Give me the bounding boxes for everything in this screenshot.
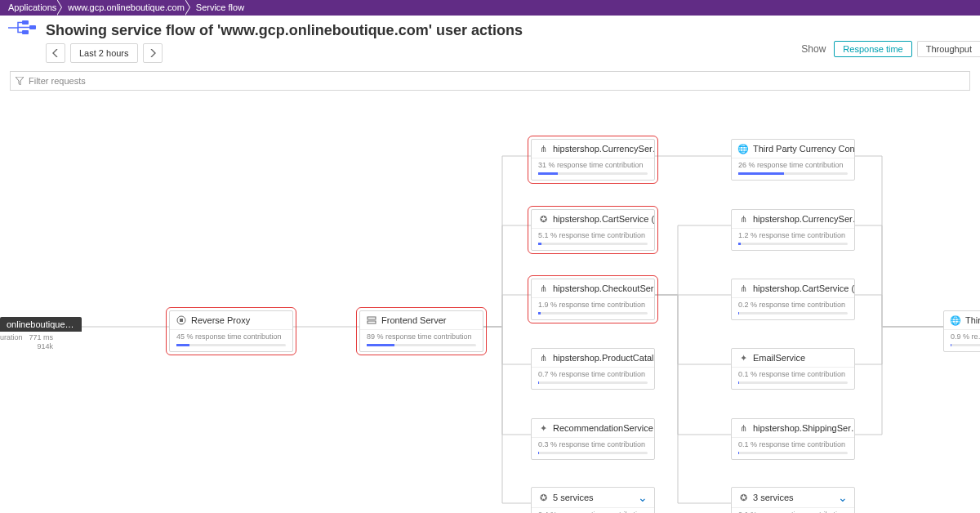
node-contrib: 45 % response time contribution — [170, 330, 292, 344]
node-third-party-currency-far[interactable]: 🌐Third Party Curre 0.9 % response time c… — [943, 310, 980, 352]
source-duration-value: 771 ms — [29, 333, 54, 341]
node-label: hipstershop.CartService (g… — [753, 283, 854, 293]
node-label: hipstershop.ShippingSer… — [753, 423, 854, 433]
show-controls: Show Response time Throughput — [801, 41, 980, 57]
node-bar — [738, 381, 848, 384]
service-flow-icon — [8, 20, 38, 40]
time-next-button[interactable] — [143, 43, 163, 63]
node-contrib: 0.7 % response time contribution — [532, 368, 654, 381]
node-contrib: 89 % response time contribution — [360, 330, 483, 344]
node-shipping-service[interactable]: ⋔hipstershop.ShippingSer… 0.1 % response… — [731, 418, 855, 460]
node-checkout-service[interactable]: ⋔hipstershop.CheckoutSer… 1.9 % response… — [531, 279, 655, 320]
node-label: 5 services — [553, 493, 594, 502]
service-icon: ✦ — [538, 423, 548, 433]
crumb-current: Service flow — [193, 0, 252, 15]
node-bar — [176, 344, 286, 346]
source-duration-label: uration — [0, 333, 23, 350]
node-bar — [738, 172, 848, 175]
chevron-down-icon[interactable]: ⌄ — [638, 492, 648, 503]
node-label: hipstershop.CurrencySer… — [553, 144, 654, 154]
node-bar — [951, 344, 980, 346]
node-recommendation-service[interactable]: ✦RecommendationService 0.3 % response ti… — [531, 418, 655, 460]
node-bar — [538, 243, 648, 245]
node-contrib: 26 % response time contribution — [732, 158, 854, 172]
node-reverse-proxy[interactable]: Reverse Proxy 45 % response time contrib… — [169, 310, 293, 352]
node-contrib: 0.9 % response time contribution — [944, 330, 980, 344]
node-label: RecommendationService — [553, 423, 653, 433]
server-icon — [367, 315, 376, 325]
time-range-button[interactable]: Last 2 hours — [70, 43, 138, 63]
node-bar — [538, 172, 648, 175]
node-bar — [538, 381, 648, 384]
chevron-down-icon[interactable]: ⌄ — [838, 492, 848, 503]
node-contrib: 5.1 % response time contribution — [532, 229, 654, 243]
grpc-icon: ⋔ — [738, 283, 748, 293]
grpc-icon: ⋔ — [738, 423, 748, 433]
node-contrib: 0.4 % response time contribution — [532, 508, 654, 513]
node-three-services-group[interactable]: ✪3 services⌄ 0.1 % response time contrib… — [731, 487, 855, 513]
globe-icon: 🌐 — [738, 144, 748, 154]
crumb-app[interactable]: www.gcp.onlineboutique.com — [65, 0, 192, 15]
node-bar — [538, 312, 648, 314]
funnel-icon — [16, 77, 24, 85]
crumb-applications[interactable]: Applications — [5, 0, 65, 15]
node-third-party-currency[interactable]: 🌐Third Party Currency Conv… 26 % respons… — [731, 139, 855, 181]
node-label: hipstershop.ProductCatal… — [553, 353, 654, 363]
node-label: hipstershop.CheckoutSer… — [553, 283, 654, 293]
time-prev-button[interactable] — [46, 43, 65, 63]
svg-rect-6 — [368, 321, 376, 323]
node-currency-service[interactable]: ⋔hipstershop.CurrencySer… 31 % response … — [531, 139, 655, 181]
group-icon: ✪ — [538, 493, 548, 502]
grpc-icon: ⋔ — [538, 144, 548, 154]
node-label: 3 services — [753, 493, 794, 502]
filter-bar[interactable]: Filter requests — [10, 71, 970, 91]
service-flow-canvas[interactable]: onlineboutique… uration 771 ms 914k Reve… — [0, 91, 980, 513]
node-label: Third Party Curre — [965, 315, 980, 325]
source-count: 914k — [38, 342, 54, 350]
source-metrics: uration 771 ms 914k — [0, 332, 82, 350]
node-label: Frontend Server — [381, 315, 446, 325]
node-five-services-group[interactable]: ✪5 services⌄ 0.4 % response time contrib… — [531, 487, 655, 513]
node-bar — [738, 452, 848, 454]
proxy-icon — [176, 315, 186, 325]
svg-rect-2 — [22, 30, 29, 34]
node-label: Third Party Currency Conv… — [753, 144, 854, 154]
node-contrib: 0.1 % response time contribution — [732, 508, 854, 513]
group-icon: ✪ — [738, 493, 748, 502]
node-label: hipstershop.CartService (g… — [553, 214, 654, 224]
grpc-icon: ⋔ — [538, 353, 548, 363]
page-title: Showing service flow of 'www.gcp.onlineb… — [46, 22, 523, 39]
node-cart-service[interactable]: ✪hipstershop.CartService (g… 5.1 % respo… — [531, 209, 655, 251]
node-contrib: 1.2 % response time contribution — [732, 229, 854, 243]
show-label: Show — [801, 43, 826, 55]
globe-icon: 🌐 — [951, 315, 960, 325]
show-response-time[interactable]: Response time — [834, 41, 911, 57]
svg-rect-1 — [29, 25, 36, 29]
node-product-catalog[interactable]: ⋔hipstershop.ProductCatal… 0.7 % respons… — [531, 348, 655, 390]
node-frontend-server[interactable]: Frontend Server 89 % response time contr… — [359, 310, 483, 352]
node-bar — [738, 312, 848, 314]
node-contrib: 0.2 % response time contribution — [732, 298, 854, 312]
node-contrib: 0.1 % response time contribution — [732, 368, 854, 381]
source-app-label: onlineboutique… — [0, 317, 82, 332]
node-label: Reverse Proxy — [191, 315, 250, 325]
node-contrib: 1.9 % response time contribution — [532, 298, 654, 312]
svg-rect-5 — [368, 317, 376, 319]
grpc-icon: ✪ — [538, 214, 548, 224]
page-header: Showing service flow of 'www.gcp.onlineb… — [0, 16, 980, 42]
node-label: hipstershop.CurrencySer… — [753, 214, 854, 224]
breadcrumb-bar: Applications www.gcp.onlineboutique.com … — [0, 0, 980, 16]
source-app-node[interactable]: onlineboutique… uration 771 ms 914k — [0, 317, 82, 350]
node-contrib: 0.1 % response time contribution — [732, 438, 854, 452]
node-contrib: 0.3 % response time contribution — [532, 438, 654, 452]
node-cart-service-2[interactable]: ⋔hipstershop.CartService (g… 0.2 % respo… — [731, 279, 855, 320]
node-email-service[interactable]: ✦EmailService 0.1 % response time contri… — [731, 348, 855, 390]
node-bar — [738, 243, 848, 245]
node-label: EmailService — [753, 353, 805, 363]
node-currency-service-2[interactable]: ⋔hipstershop.CurrencySer… 1.2 % response… — [731, 209, 855, 251]
filter-placeholder: Filter requests — [29, 76, 86, 86]
show-throughput[interactable]: Throughput — [917, 41, 980, 57]
service-icon: ✦ — [738, 353, 748, 363]
node-contrib: 31 % response time contribution — [532, 158, 654, 172]
grpc-icon: ⋔ — [738, 214, 748, 224]
